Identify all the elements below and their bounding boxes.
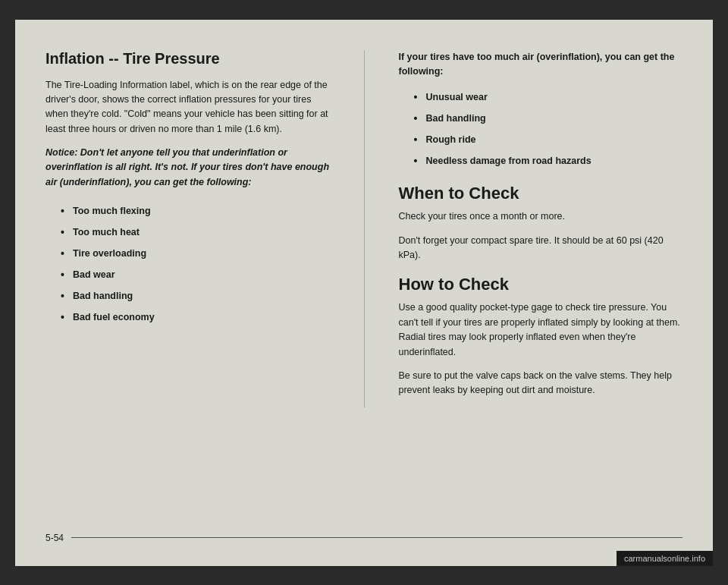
how-to-check-p2: Be sure to put the valve caps back on th… (399, 369, 683, 398)
left-title: Inflation -- Tire Pressure (46, 50, 330, 68)
list-item: Tire overloading (61, 243, 330, 264)
footer: 5-54 (46, 533, 682, 543)
content-area: Inflation -- Tire Pressure The Tire-Load… (46, 50, 682, 407)
right-column: If your tires have too much air (overinf… (391, 50, 683, 407)
watermark: carmanualsonline.info (617, 551, 713, 566)
list-item: Bad handling (61, 285, 330, 307)
left-column: Inflation -- Tire Pressure The Tire-Load… (46, 50, 337, 407)
when-to-check-p1: Check your tires once a month or more. (399, 209, 683, 224)
underinflation-list: Too much flexingToo much heatTire overlo… (61, 200, 330, 328)
when-to-check-title: When to Check (399, 184, 683, 203)
list-item: Needless damage from road hazards (414, 150, 683, 171)
list-item: Bad wear (61, 264, 330, 285)
column-divider (364, 50, 365, 407)
page-number: 5-54 (46, 533, 64, 543)
overinflation-list: Unusual wearBad handlingRough rideNeedle… (414, 86, 683, 171)
intro-paragraph: The Tire-Loading Information label, whic… (46, 78, 330, 137)
list-item: Too much heat (61, 222, 330, 243)
list-item: Bad fuel economy (61, 307, 330, 328)
footer-rule (71, 537, 682, 538)
notice-paragraph: Notice: Don't let anyone tell you that u… (46, 146, 330, 190)
page: Inflation -- Tire Pressure The Tire-Load… (15, 20, 713, 566)
list-item: Rough ride (414, 129, 683, 150)
how-to-check-title: How to Check (399, 275, 683, 294)
list-item: Too much flexing (61, 200, 330, 222)
list-item: Bad handling (414, 108, 683, 129)
overinflation-intro: If your tires have too much air (overinf… (399, 50, 683, 80)
list-item: Unusual wear (414, 86, 683, 108)
how-to-check-p1: Use a good quality pocket-type gage to c… (399, 300, 683, 360)
when-to-check-p2: Don't forget your compact spare tire. It… (399, 234, 683, 263)
